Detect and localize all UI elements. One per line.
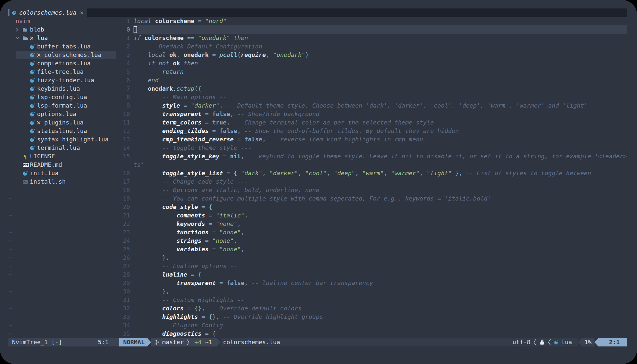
line-number: 0 <box>119 25 130 34</box>
line-number: 21 <box>119 211 130 220</box>
code-token: functions <box>134 229 209 236</box>
code-line[interactable]: if not ok then <box>134 59 198 68</box>
code-token: onedark <box>148 85 173 92</box>
lua-icon <box>30 120 35 125</box>
code-line[interactable]: ending_tildes = false, -- Show the end-o… <box>134 127 459 135</box>
linux-penguin-icon <box>540 339 545 348</box>
tree-item-colorschemes.lua[interactable]: colorschemes.lua <box>0 51 119 59</box>
code-line[interactable]: functions = "none", <box>134 228 244 237</box>
code-line[interactable]: style = "darker", -- Default theme style… <box>134 101 588 110</box>
tree-item-statusline.lua[interactable]: statusline.lua <box>0 127 119 135</box>
tree-item-LICENSE[interactable]: LICENSE <box>0 152 119 161</box>
code-token <box>180 51 184 58</box>
line-number: 8 <box>119 93 130 101</box>
code-line[interactable]: variables = "none", <box>134 245 244 254</box>
code-token: "none" <box>216 220 237 227</box>
tree-item-completions.lua[interactable]: completions.lua <box>0 59 119 68</box>
git-branch-icon <box>155 340 160 348</box>
code-token: = <box>209 246 219 253</box>
chevron-right-icon[interactable] <box>15 27 19 32</box>
code-line[interactable]: -- Lualine options -- <box>134 262 237 270</box>
code-token: onedark <box>184 51 209 58</box>
code-line[interactable]: if colorscheme == "onedark" then <box>134 34 248 42</box>
code-line[interactable]: toggle_style_list = { "dark", "darker", … <box>134 169 591 177</box>
tab-colorschemes[interactable]: colorschemes.lua × <box>8 8 87 17</box>
code-line[interactable]: transparent = false, -- lualine center b… <box>134 279 373 287</box>
empty-line-tilde: ~ <box>8 220 12 228</box>
code-line[interactable]: local colorscheme = "nord" <box>134 17 227 25</box>
code-line[interactable]: end <box>134 76 159 84</box>
line-number: 6 <box>119 76 130 84</box>
code-token: -- List of styles to toggle between <box>462 170 591 176</box>
code-line[interactable]: transparent = false, -- Show/hide backgr… <box>134 110 319 118</box>
code-token: {} <box>209 313 216 320</box>
code-token: false <box>227 280 244 286</box>
tree-item-buffer-tabs.lua[interactable]: buffer-tabs.lua <box>0 42 119 51</box>
tree-item-init.lua[interactable]: init.lua <box>0 169 119 177</box>
code-line[interactable]: cmp_itemkind_reverse = false, -- reverse… <box>134 135 423 144</box>
code-line[interactable]: onedark.setup({ <box>134 84 202 93</box>
tree-item-options.lua[interactable]: options.lua <box>0 110 119 118</box>
code-line[interactable]: return <box>134 68 184 76</box>
tree-item-terminal.lua[interactable]: terminal.lua <box>0 144 119 152</box>
code-token: { <box>198 271 202 278</box>
tree-item-lsp-format.lua[interactable]: lsp-format.lua <box>0 101 119 110</box>
code-token: false <box>212 110 230 117</box>
code-token: return <box>134 68 184 75</box>
code-line[interactable]: strings = "none", <box>134 237 237 245</box>
close-icon[interactable]: × <box>80 8 84 17</box>
tree-item-install.sh[interactable]: install.sh <box>0 177 119 186</box>
empty-line-tilde: ~ <box>8 254 12 262</box>
lua-icon <box>30 44 35 49</box>
code-line[interactable]: -- Change code style --- <box>134 177 248 186</box>
code-token: style <box>134 102 180 109</box>
code-line[interactable]: comments = "italic", <box>134 211 248 220</box>
code-line[interactable]: -- Custom Highlights -- <box>134 296 244 304</box>
code-token: { <box>212 330 216 337</box>
code-token: if <box>134 34 144 41</box>
code-token: = <box>209 229 219 236</box>
markdown-icon <box>23 162 29 167</box>
code-line[interactable]: local ok, onedark = pcall(require, "oned… <box>134 51 309 59</box>
code-line[interactable]: highlights = {}, -- Override highlight g… <box>134 313 323 321</box>
code-line[interactable]: ts' <box>134 161 144 169</box>
code-line[interactable]: diagnostics = { <box>134 330 216 338</box>
code-token: false <box>244 136 262 143</box>
code-line[interactable]: -- Plugins Config -- <box>134 321 234 330</box>
code-line[interactable]: -- Onedark Default Configuration <box>134 42 262 51</box>
code-line[interactable]: -- You can configure multiple style with… <box>134 194 491 203</box>
code-token <box>423 170 427 176</box>
tree-item-label: statusline.lua <box>37 127 87 135</box>
tree-item-file-tree.lua[interactable]: file-tree.lua <box>0 68 119 76</box>
file-encoding: utf-8 <box>513 338 530 346</box>
lua-icon <box>30 112 35 117</box>
empty-line-tilde: ~ <box>8 211 12 220</box>
tree-item-blob[interactable]: blob <box>0 25 119 34</box>
code-line[interactable]: -- Main options -- <box>134 93 227 101</box>
tree-item-README.md[interactable]: README.md <box>0 161 119 169</box>
tree-item-plugins.lua[interactable]: plugins.lua <box>0 118 119 127</box>
tree-item-lua[interactable]: lua <box>0 34 119 42</box>
empty-line-tilde: ~ <box>8 245 12 254</box>
code-line[interactable]: keywords = "none", <box>134 220 241 228</box>
code-line[interactable]: term_colors = true, -- Change terminal c… <box>134 118 434 127</box>
code-line[interactable]: lualine = { <box>134 270 202 279</box>
code-line[interactable]: colors = {}, -- Override default colors <box>134 304 302 313</box>
tree-item-lsp-config.lua[interactable]: lsp-config.lua <box>0 93 119 101</box>
powerline-separator <box>147 338 151 346</box>
tree-item-keybinds.lua[interactable]: keybinds.lua <box>0 84 119 93</box>
code-token: = <box>202 330 212 337</box>
code-line[interactable]: -- toggle theme style --- <box>134 144 252 152</box>
tree-item-fuzzy-finder.lua[interactable]: fuzzy-finder.lua <box>0 76 119 84</box>
code-line[interactable]: toggle_style_key = nil, -- keybind to to… <box>134 152 627 161</box>
code-line[interactable]: }, <box>134 254 169 262</box>
code-line[interactable]: -- Options are italic, bold, underline, … <box>134 186 319 194</box>
line-number: 1 <box>119 34 130 42</box>
chevron-down-icon[interactable] <box>15 36 20 40</box>
tree-item-label: init.lua <box>30 169 58 177</box>
code-line[interactable]: }, <box>134 287 169 296</box>
tree-item-syntax-highlight.lua[interactable]: syntax-highlight.lua <box>0 135 119 144</box>
code-line[interactable]: code_style = { <box>134 203 212 211</box>
tree-item-label: terminal.lua <box>37 144 80 152</box>
line-number: 12 <box>119 127 130 135</box>
